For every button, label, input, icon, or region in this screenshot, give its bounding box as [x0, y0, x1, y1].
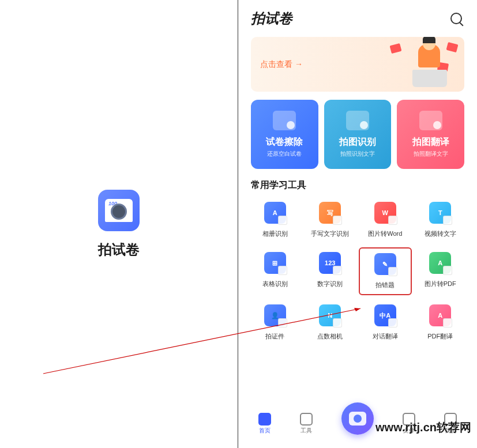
nav-item-0[interactable]: 首页: [258, 413, 271, 435]
tool-label: 视频转文字: [425, 229, 456, 238]
tool-icon: 123: [319, 252, 341, 274]
tool-icon: T: [429, 202, 451, 224]
tool-label: 图片转PDF: [425, 280, 456, 288]
tool-item-11[interactable]: APDF翻译: [414, 300, 467, 345]
tool-item-1[interactable]: 写手写文字识别: [304, 197, 357, 243]
camera-icon: [349, 412, 366, 426]
tool-item-6[interactable]: ✎拍错题: [359, 247, 412, 295]
tool-label: 手写文字识别: [311, 229, 349, 238]
feature-card-icon: [273, 111, 296, 130]
tool-item-8[interactable]: 👤拍证件: [249, 300, 302, 345]
tool-item-0[interactable]: A相册识别: [249, 197, 302, 243]
feature-card-icon: [346, 111, 369, 130]
banner-illustration: [389, 40, 459, 92]
tool-item-5[interactable]: 123数字识别: [304, 247, 357, 295]
tool-label: 图片转Word: [368, 229, 402, 238]
page-title: 拍试卷: [251, 9, 292, 28]
feature-card-title: 试卷擦除: [266, 136, 303, 148]
tool-item-9[interactable]: N点数相机: [304, 300, 357, 345]
feature-card-0[interactable]: 试卷擦除还原空白试卷: [251, 100, 318, 169]
feature-card-icon: [419, 111, 442, 130]
tools-grid: A相册识别写手写文字识别W图片转WordT视频转文字⊞表格识别123数字识别✎拍…: [238, 197, 477, 345]
nav-icon: [258, 413, 271, 426]
app-logo-icon: [98, 190, 140, 231]
feature-card-subtitle: 还原空白试卷: [267, 150, 302, 158]
nav-icon: [300, 413, 313, 426]
header: 拍试卷: [238, 0, 477, 33]
feature-card-subtitle: 拍照识别文字: [340, 150, 375, 158]
tool-icon: 写: [319, 202, 341, 224]
tool-label: 数字识别: [317, 280, 343, 288]
tool-icon: N: [319, 304, 341, 326]
app-name: 拍试卷: [98, 240, 140, 259]
tool-item-7[interactable]: A图片转PDF: [414, 247, 467, 295]
nav-label: 工具: [301, 427, 312, 435]
watermark: www.rjtj.cn软荐网: [375, 420, 471, 435]
tool-icon: A: [264, 202, 286, 224]
feature-card-title: 拍图识别: [339, 136, 376, 148]
feature-card-title: 拍图翻译: [412, 136, 449, 148]
nav-label: 首页: [259, 427, 271, 435]
tool-item-10[interactable]: 中A对话翻译: [359, 300, 412, 345]
tool-icon: ✎: [374, 253, 396, 275]
tool-label: 拍错题: [375, 281, 395, 289]
tool-item-4[interactable]: ⊞表格识别: [249, 247, 302, 295]
tool-icon: A: [429, 304, 451, 326]
tool-label: 点数相机: [317, 332, 343, 341]
tool-icon: ⊞: [264, 252, 286, 274]
search-icon: [450, 13, 462, 24]
nav-item-1[interactable]: 工具: [300, 413, 313, 435]
tool-icon: A: [429, 252, 451, 274]
banner-cta: 点击查看 →: [260, 59, 303, 70]
tool-label: 对话翻译: [373, 332, 398, 341]
feature-card-2[interactable]: 拍图翻译拍照翻译文字: [397, 100, 464, 169]
tool-icon: 👤: [264, 304, 286, 326]
tools-section-title: 常用学习工具: [238, 169, 477, 197]
tool-item-3[interactable]: T视频转文字: [414, 197, 467, 243]
tool-label: 拍证件: [265, 332, 284, 341]
tool-icon: 中A: [374, 304, 396, 326]
feature-cards-row: 试卷擦除还原空白试卷拍图识别拍照识别文字拍图翻译拍照翻译文字: [238, 100, 477, 169]
feature-card-1[interactable]: 拍图识别拍照识别文字: [324, 100, 392, 169]
splash-pane: 拍试卷: [0, 0, 238, 448]
main-screen: 拍试卷 点击查看 → 试卷擦除还原空白试卷拍图识别拍照识别文字拍图翻译拍照翻译文…: [238, 0, 477, 448]
camera-fab[interactable]: [341, 402, 374, 435]
tool-label: PDF翻译: [427, 332, 453, 341]
tool-label: 相册识别: [262, 229, 288, 238]
tool-icon: W: [374, 202, 396, 224]
tool-label: 表格识别: [262, 280, 288, 288]
feature-card-subtitle: 拍照翻译文字: [414, 150, 448, 158]
promo-banner[interactable]: 点击查看 →: [251, 37, 464, 92]
search-button[interactable]: [448, 10, 464, 27]
tool-item-2[interactable]: W图片转Word: [359, 197, 412, 243]
